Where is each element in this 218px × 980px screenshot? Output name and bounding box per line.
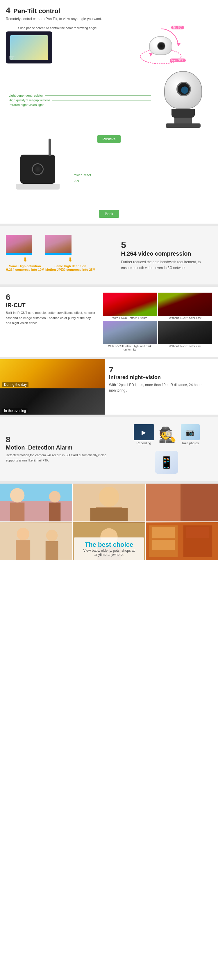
best-choice-overlay: The best choice View baby, elderly, pets… [74, 538, 144, 560]
svg-marker-1 [177, 43, 180, 46]
video-thumb-b [45, 235, 71, 255]
recording-icon: ▶ [134, 424, 154, 440]
label-line-2 [52, 100, 151, 100]
hand-icon: ☞ [9, 54, 15, 62]
photo-cell-f [146, 522, 218, 560]
blue-bar-b [45, 253, 71, 255]
photo-cell-c [146, 484, 218, 522]
camera-labels-left: Light dependent resistor High quality 1 … [9, 92, 151, 108]
compress-label-a: Same High definition H.264 compress into… [6, 264, 44, 271]
divider-5 [0, 481, 218, 484]
section5-right: 5 H.264 video compression Further reduce… [121, 240, 212, 270]
section5-desc: Further reduced the data bandwidth requi… [121, 259, 212, 270]
section8-right: ▶ Recording 🕵 📷 Take photos 📱 [121, 424, 212, 474]
night-label: In the evening [2, 408, 28, 414]
label-text-2: High quality 1 megapixel lens [9, 99, 50, 102]
back-label-1: Power Reset [73, 173, 209, 177]
phone-app-preview: 📱 [155, 451, 178, 474]
section8-title: Motion–Detection Alarm [6, 444, 115, 451]
ircut-caption-1: With IR-CUT effect: Lifelike [103, 317, 157, 320]
photo-svg-c [146, 484, 218, 522]
section4-left: Slide phone screen to control the camera… [6, 26, 109, 64]
svg-rect-18 [16, 540, 30, 560]
ircut-cell-1: With IR-CUT effect: Lifelike [103, 293, 157, 320]
section7-number: 7 [109, 365, 114, 374]
positive-button[interactable]: Positive [97, 135, 121, 143]
ircut-caption-2: Without IR-cut: color cast [158, 317, 212, 320]
section7-night-vision: During the day In the evening 7 Infrared… [0, 359, 218, 415]
ircut-caption-3: With IR-CUT effect: light and dark unifo… [103, 345, 157, 351]
svg-rect-29 [186, 527, 209, 538]
label-item-3: Infrared night-vision light [9, 103, 151, 107]
blue-bar-a [6, 253, 32, 255]
back-camera-img [9, 149, 67, 207]
motion-icons-row: ▶ Recording 🕵 📷 Take photos [134, 424, 200, 445]
section7-left: During the day In the evening [0, 359, 105, 415]
section6-right: With IR-CUT effect: Lifelike Without IR-… [103, 293, 212, 351]
ircut-img-tulips-color [103, 293, 157, 316]
back-button[interactable]: Back [99, 210, 119, 218]
ircut-cell-3: With IR-CUT effect: light and dark unifo… [103, 321, 157, 351]
label-text-1: Light dependent resistor [9, 94, 43, 97]
section8-left: 8 Motion–Detection Alarm Detected motion… [6, 435, 115, 463]
camera-on-arc [149, 36, 172, 55]
svg-rect-26 [152, 527, 175, 538]
best-choice-section: The best choice View baby, elderly, pets… [0, 484, 218, 560]
svg-rect-20 [46, 541, 58, 560]
svg-rect-27 [152, 540, 175, 550]
section6-number: 6 [6, 293, 11, 302]
label-item-2: High quality 1 megapixel lens [9, 99, 151, 102]
section5-h264: ⬇ Same High definition H.264 compress in… [0, 226, 218, 285]
video-thumb-a [6, 235, 32, 255]
svg-rect-8 [49, 503, 61, 521]
section7-desc: With 12pcs LED lights, more than 10m IR … [109, 382, 214, 393]
svg-rect-15 [180, 484, 218, 522]
take-photos-label: Take photos [182, 441, 199, 445]
svg-rect-6 [10, 503, 25, 521]
photo-cell-a [0, 484, 72, 522]
recording-label: Recording [137, 441, 151, 445]
video-compare: ⬇ Same High definition H.264 compress in… [6, 235, 115, 271]
ircut-img-tulips-dark [158, 293, 212, 316]
ircut-img-room-color [103, 321, 157, 344]
back-camera-section: Power Reset LAN [0, 149, 218, 207]
day-label: During the day [2, 382, 28, 387]
camera-stand [174, 118, 192, 123]
ircut-cell-2: Without IR-cut: color cast [158, 293, 212, 320]
ircut-grid: With IR-CUT effect: Lifelike Without IR-… [103, 293, 212, 351]
svg-rect-14 [146, 484, 183, 522]
pan-tag: Pan: 349° [170, 59, 185, 62]
divider-1 [0, 224, 218, 226]
camera-lens-inner [181, 86, 188, 94]
best-choice-desc: View baby, elderly, pets, shops at anyti… [80, 549, 138, 557]
svg-point-19 [46, 530, 58, 541]
day-photo: During the day [0, 359, 105, 388]
divider-2 [0, 285, 218, 287]
down-arrow-b: ⬇ [45, 256, 95, 263]
burglar-silhouette: 🕵 [158, 426, 177, 443]
best-choice-title: The best choice [80, 541, 138, 549]
section4-pan-tilt: 4 Pan-Tilt control Remotely control came… [0, 0, 218, 68]
section6-left: 6 IR-CUT Built-in IR-CUT core module, be… [6, 293, 97, 326]
back-camera-body [21, 154, 55, 184]
camera-main-body [164, 71, 202, 109]
video-thumb-b-container: ⬇ Same High definition Motion-JPEG compr… [45, 235, 95, 271]
svg-point-17 [17, 528, 30, 540]
back-labels: Power Reset LAN [73, 171, 209, 185]
section6-title: IR-CUT [6, 302, 97, 309]
camera-lens [177, 82, 191, 96]
section5-title: H.264 video compression [121, 250, 212, 257]
section7-title: Infrared night–vision [109, 374, 214, 380]
video-thumb-a-container: ⬇ Same High definition H.264 compress in… [6, 235, 44, 271]
back-camera-lens [32, 163, 44, 175]
camera-center-img [157, 71, 209, 129]
svg-point-10 [99, 487, 119, 507]
section6-desc: Built-in IR-CUT core module, better surv… [6, 310, 97, 326]
label-line-1 [45, 95, 151, 96]
arc-container: Tilt: 88° Pan: 349° [134, 24, 187, 65]
section7-right: 7 Infrared night–vision With 12pcs LED l… [105, 359, 218, 415]
camera-antenna [49, 138, 51, 156]
label-text-3: Infrared night-vision light [9, 103, 44, 107]
night-photo: In the evening [0, 388, 105, 415]
photo-svg-d [0, 522, 72, 560]
